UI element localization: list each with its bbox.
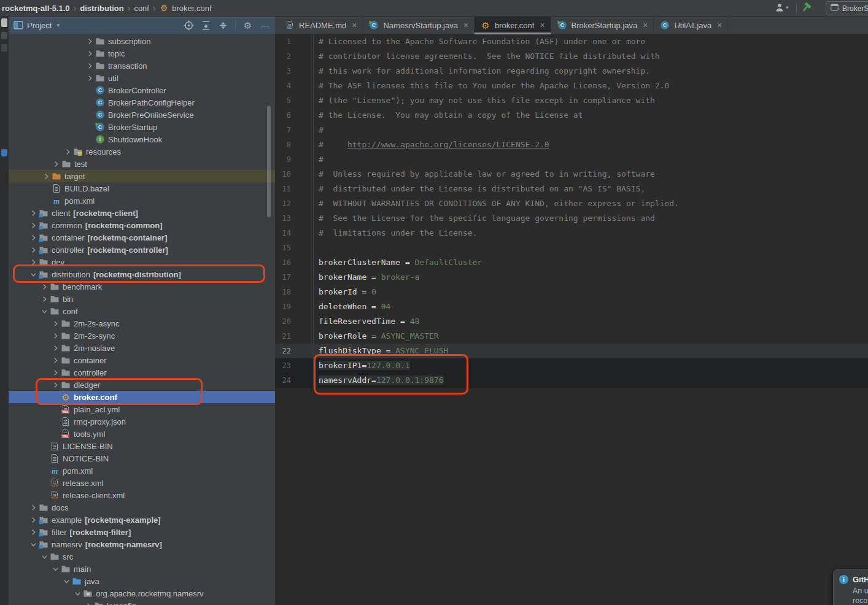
tree-item-brokerstartup[interactable]: CBrokerStartup [9, 121, 275, 133]
chevron-collapsed-icon[interactable] [50, 380, 60, 390]
chevron-collapsed-icon[interactable] [50, 343, 60, 353]
stripe-icon[interactable] [1, 44, 7, 52]
chevron-collapsed-icon[interactable] [41, 171, 51, 181]
tree-item-main[interactable]: main [9, 563, 275, 575]
close-icon[interactable]: × [352, 21, 357, 29]
settings-icon[interactable]: ⚙ [242, 20, 253, 31]
tab-readme-md[interactable]: MDREADME.md× [279, 17, 363, 34]
tree-item-docs[interactable]: docs [9, 501, 275, 514]
chevron-expanded-icon[interactable] [39, 306, 49, 316]
chevron-down-icon[interactable]: ▾ [56, 22, 60, 28]
chevron-collapsed-icon[interactable] [39, 282, 49, 291]
tab-broker-conf[interactable]: ⚙broker.conf× [475, 17, 551, 34]
chevron-collapsed-icon[interactable] [50, 331, 60, 341]
tree-item-example[interactable]: example[rocketmq-example] [9, 514, 275, 526]
chevron-expanded-icon[interactable] [39, 552, 49, 561]
tab-brokerstartup-java[interactable]: CBrokerStartup.java× [551, 17, 654, 34]
tree-item-bin[interactable]: bin [9, 293, 275, 305]
tree-item-dledger[interactable]: dledger [9, 379, 275, 391]
tree-item-client[interactable]: client[rocketmq-client] [9, 207, 275, 219]
tree-item-src[interactable]: src [9, 550, 275, 563]
chevron-collapsed-icon[interactable] [28, 503, 38, 512]
close-icon[interactable]: × [643, 21, 648, 29]
tree-item-controller[interactable]: controller [9, 366, 275, 379]
chevron-collapsed-icon[interactable] [50, 368, 60, 377]
chevron-collapsed-icon[interactable] [85, 36, 95, 46]
build-hammer-icon[interactable] [800, 2, 812, 16]
chevron-collapsed-icon[interactable] [85, 48, 95, 58]
chevron-collapsed-icon[interactable] [39, 294, 49, 304]
breadcrumb-item-rocketmq-all-5-1-0[interactable]: rocketmq-all-5.1.0 [0, 4, 73, 13]
tree-item-controller[interactable]: controller[rocketmq-controller] [9, 244, 275, 256]
chevron-collapsed-icon[interactable] [63, 147, 72, 156]
breadcrumb-item-conf[interactable]: conf [131, 4, 152, 13]
collapse-all-icon[interactable] [218, 20, 228, 31]
tree-item-filter[interactable]: filter[rocketmq-filter] [9, 526, 275, 538]
breadcrumb-item-broker-conf[interactable]: broker.conf [169, 4, 214, 13]
tree-item-release-xml[interactable]: </>release.xml [9, 477, 275, 489]
tree-item-2m-2s-async[interactable]: 2m-2s-async [9, 317, 275, 329]
run-configuration-selector[interactable]: BrokerSta [826, 1, 868, 15]
expand-all-icon[interactable] [201, 20, 211, 31]
tree-item-plain-acl-yml[interactable]: YMLplain_acl.yml [9, 403, 275, 415]
chevron-expanded-icon[interactable] [72, 588, 82, 598]
tree-item-kvconfig[interactable]: kvconfig [9, 599, 275, 605]
github-notification-popup[interactable]: i GitH An u reco [833, 569, 868, 605]
chevron-expanded-icon[interactable] [50, 564, 60, 574]
tree-item-org-apache-rocketmq-namesrv[interactable]: org.apache.rocketmq.namesrv [9, 587, 275, 599]
tree-item-release-client-xml[interactable]: </>release-client.xml [9, 489, 275, 501]
breadcrumb-item-distribution[interactable]: distribution [77, 4, 127, 13]
chevron-collapsed-icon[interactable] [85, 73, 95, 83]
code-editor[interactable]: 1# Licensed to the Apache Software Found… [275, 34, 868, 605]
tree-item-transaction[interactable]: transaction [9, 60, 275, 72]
tree-item-dev[interactable]: dev [9, 256, 275, 268]
tree-item-topic[interactable]: topic [9, 47, 275, 60]
chevron-collapsed-icon[interactable] [28, 527, 38, 537]
tree-item-broker-conf[interactable]: ⚙broker.conf [9, 391, 275, 403]
tree-item-java[interactable]: java [9, 575, 275, 587]
tree-item-2m-noslave[interactable]: 2m-noslave [9, 342, 275, 354]
chevron-collapsed-icon[interactable] [28, 220, 38, 230]
tree-item-namesrv[interactable]: namesrv[rocketmq-namesrv] [9, 538, 275, 550]
tab-namesrvstartup-java[interactable]: CNamesrvStartup.java× [363, 17, 475, 34]
user-profile-icon[interactable]: ▾ [775, 2, 789, 12]
chevron-expanded-icon[interactable] [28, 269, 38, 279]
tree-item-subscription[interactable]: subscription [9, 35, 275, 47]
tree-item-container[interactable]: container[rocketmq-container] [9, 231, 275, 244]
stripe-icon[interactable] [1, 149, 7, 156]
chevron-collapsed-icon[interactable] [28, 257, 38, 267]
tree-item-common[interactable]: common[rocketmq-common] [9, 219, 275, 231]
tree-item-container[interactable]: container [9, 354, 275, 366]
chevron-collapsed-icon[interactable] [28, 245, 38, 255]
chevron-collapsed-icon[interactable] [50, 318, 60, 328]
stripe-icon[interactable] [1, 32, 7, 39]
tree-item-rmq-proxy-json[interactable]: {;}rmq-proxy.json [9, 415, 275, 428]
tree-item-pom-xml[interactable]: mpom.xml [9, 464, 275, 477]
tree-item-util[interactable]: util [9, 72, 275, 84]
tab-utilall-java[interactable]: CUtilAll.java× [654, 17, 728, 34]
tree-item-license-bin[interactable]: LICENSE-BIN [9, 440, 275, 452]
tree-item-2m-2s-sync[interactable]: 2m-2s-sync [9, 329, 275, 342]
tree-item-build-bazel[interactable]: BUILD.bazel [9, 182, 275, 195]
chevron-collapsed-icon[interactable] [28, 233, 38, 242]
close-icon[interactable]: × [463, 21, 468, 29]
tree-item-shutdownhook[interactable]: IShutdownHook [9, 133, 275, 145]
tree-scrollbar[interactable] [267, 106, 271, 217]
license-url-link[interactable]: http://www.apache.org/licenses/LICENSE-2… [347, 140, 549, 149]
stripe-icon[interactable] [1, 18, 7, 27]
tree-item-notice-bin[interactable]: NOTICE-BIN [9, 452, 275, 464]
tree-item-conf[interactable]: conf [9, 305, 275, 317]
locate-icon[interactable] [184, 20, 194, 31]
tree-item-brokerpreonlineservice[interactable]: CBrokerPreOnlineService [9, 109, 275, 121]
chevron-collapsed-icon[interactable] [83, 601, 93, 605]
tree-item-tools-yml[interactable]: YMLtools.yml [9, 428, 275, 440]
chevron-collapsed-icon[interactable] [28, 515, 38, 525]
chevron-collapsed-icon[interactable] [28, 208, 38, 218]
tree-item-brokerpathconfighelper[interactable]: CBrokerPathConfigHelper [9, 96, 275, 109]
tree-item-test[interactable]: test [9, 158, 275, 170]
tree-item-benchmark[interactable]: benchmark [9, 280, 275, 293]
tree-item-resources[interactable]: resources [9, 145, 275, 158]
tree-item-brokercontroller[interactable]: CBrokerController [9, 84, 275, 96]
chevron-expanded-icon[interactable] [28, 539, 38, 549]
hide-icon[interactable]: — [260, 20, 270, 31]
